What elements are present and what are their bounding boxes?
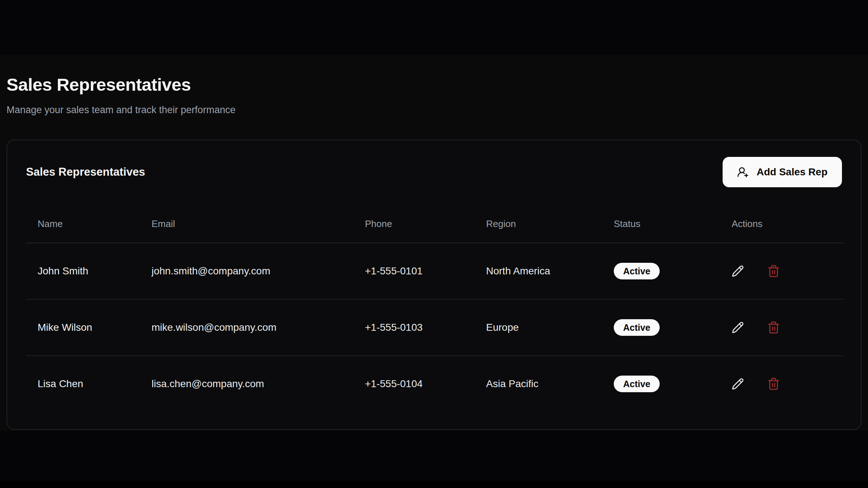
table-row: Lisa Chen lisa.chen@company.com +1-555-0… [26, 356, 843, 412]
trash-icon [767, 377, 780, 390]
column-header-name: Name [26, 205, 140, 243]
row-actions [732, 377, 832, 390]
column-header-actions: Actions [720, 205, 843, 243]
status-badge: Active [614, 319, 660, 336]
card-header: Sales Representatives Add Sales Rep [7, 140, 861, 205]
card-title: Sales Representatives [26, 165, 145, 179]
add-sales-rep-label: Add Sales Rep [757, 166, 827, 178]
pencil-icon [732, 378, 744, 390]
edit-button[interactable] [732, 321, 744, 334]
page-title: Sales Representatives [7, 72, 861, 98]
row-actions [732, 321, 832, 334]
status-badge: Active [614, 263, 660, 279]
status-badge: Active [614, 376, 660, 392]
page: Sales Representatives Manage your sales … [0, 0, 868, 488]
rep-phone: +1-555-0104 [353, 356, 475, 412]
edit-button[interactable] [732, 265, 744, 277]
rep-phone: +1-555-0103 [353, 299, 475, 356]
column-header-status: Status [602, 205, 720, 243]
column-header-region: Region [475, 205, 602, 243]
delete-button[interactable] [767, 321, 780, 334]
rep-phone: +1-555-0101 [353, 243, 475, 299]
page-subtitle: Manage your sales team and track their p… [7, 103, 861, 117]
delete-button[interactable] [767, 377, 780, 390]
main-content: Sales Representatives Manage your sales … [0, 55, 868, 431]
sales-reps-card: Sales Representatives Add Sales Rep [7, 140, 861, 430]
add-sales-rep-button[interactable]: Add Sales Rep [723, 157, 842, 187]
row-actions [732, 265, 832, 278]
pencil-icon [732, 265, 744, 277]
rep-name: John Smith [26, 243, 140, 299]
pencil-icon [732, 321, 744, 334]
column-header-email: Email [140, 205, 353, 243]
rep-name: Mike Wilson [26, 299, 140, 356]
trash-icon [767, 265, 780, 278]
table-row: Mike Wilson mike.wilson@company.com +1-5… [26, 299, 843, 356]
user-plus-icon [737, 166, 749, 178]
delete-button[interactable] [767, 265, 780, 278]
table-header-row: Name Email Phone Region Status Actions [26, 205, 843, 243]
rep-email: lisa.chen@company.com [140, 356, 353, 412]
sales-reps-table: Name Email Phone Region Status Actions J… [26, 205, 843, 412]
rep-name: Lisa Chen [26, 356, 140, 412]
table-row: John Smith john.smith@company.com +1-555… [26, 243, 843, 299]
rep-region: Asia Pacific [475, 356, 602, 412]
bottom-strip [0, 481, 868, 488]
edit-button[interactable] [732, 378, 744, 390]
rep-region: Europe [475, 299, 602, 356]
rep-email: john.smith@company.com [140, 243, 353, 299]
rep-region: North America [475, 243, 602, 299]
rep-email: mike.wilson@company.com [140, 299, 353, 356]
column-header-phone: Phone [353, 205, 475, 243]
trash-icon [767, 321, 780, 334]
